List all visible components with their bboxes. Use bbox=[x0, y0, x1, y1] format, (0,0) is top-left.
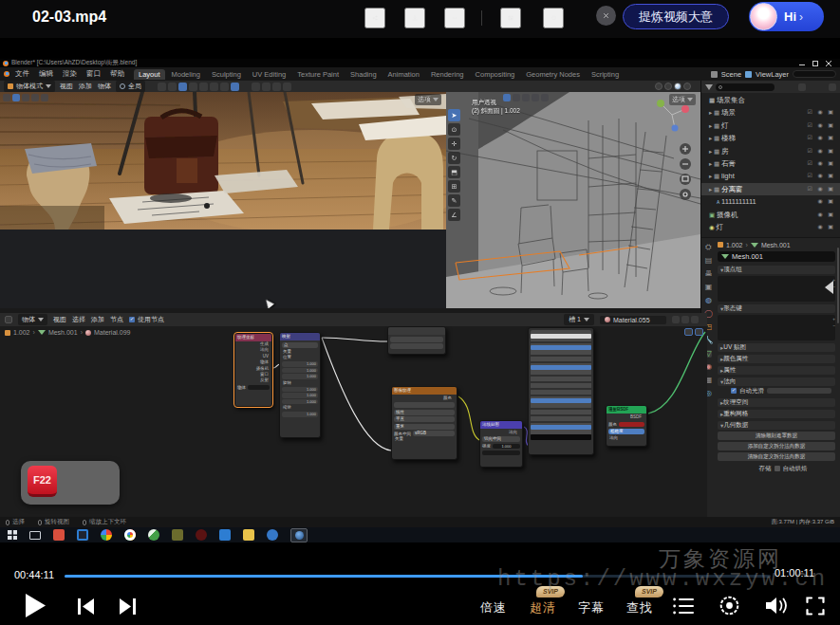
breadcrumb-mesh[interactable]: Mesh.001 bbox=[761, 242, 791, 248]
outliner-row-2[interactable]: 灯 bbox=[701, 119, 840, 132]
normal-map-node[interactable]: 法线贴图 法向 切向空间 强度 1.000 bbox=[479, 420, 523, 468]
outliner-search-field[interactable] bbox=[716, 83, 775, 91]
field[interactable] bbox=[390, 337, 443, 342]
subtitle-button[interactable]: 字幕 bbox=[572, 598, 610, 617]
section-attributes[interactable]: 属性 bbox=[718, 366, 835, 375]
slider-highlight[interactable] bbox=[531, 425, 591, 430]
outliner-row-4[interactable]: 房 bbox=[701, 145, 840, 157]
share-button[interactable] bbox=[364, 8, 385, 28]
shader-type-dropdown[interactable]: 物体 bbox=[18, 314, 47, 325]
workspace-tab-6[interactable]: Animation bbox=[383, 69, 424, 80]
material-action-buttons[interactable] bbox=[672, 316, 699, 323]
taskbar-app-10[interactable] bbox=[267, 529, 278, 541]
viewport1-options-dropdown[interactable]: 选项 bbox=[415, 94, 441, 105]
taskbar-app-2[interactable] bbox=[77, 529, 88, 541]
add-custom-split-normals-button[interactable]: 添加自定义拆分法向数据 bbox=[718, 442, 835, 450]
image-name-field[interactable] bbox=[394, 402, 455, 408]
blender-menu-0[interactable]: 文件 bbox=[11, 68, 33, 80]
clear-sculpt-mask-button[interactable]: 清除雕刻遮罩数据 bbox=[718, 432, 835, 440]
speed-button[interactable]: 倍速 bbox=[475, 598, 513, 617]
value-field[interactable]: 1.000 bbox=[282, 387, 318, 393]
mapping-type-dropdown[interactable]: 点 bbox=[282, 342, 318, 348]
properties-scrollbar[interactable] bbox=[837, 248, 839, 323]
taskbar-app-chrome[interactable] bbox=[101, 529, 112, 541]
vertex-groups-list[interactable] bbox=[718, 276, 835, 302]
slider-highlight[interactable] bbox=[531, 398, 591, 403]
value-field[interactable]: 1.000 bbox=[282, 399, 318, 405]
outliner-row-1[interactable]: 场景 bbox=[701, 106, 840, 119]
cast-button[interactable] bbox=[543, 8, 564, 28]
start-button[interactable] bbox=[8, 530, 17, 540]
taskbar-app-folder[interactable] bbox=[243, 529, 254, 541]
play-button[interactable] bbox=[24, 593, 47, 618]
outliner-row-7[interactable]: 分离窗 bbox=[701, 183, 840, 195]
workspace-tab-7[interactable]: Rendering bbox=[426, 69, 469, 80]
filter-icon[interactable] bbox=[705, 84, 713, 90]
clear-custom-split-normals-button[interactable]: 清除自定义拆分法向数据 bbox=[718, 452, 835, 461]
workspace-tab-5[interactable]: Shading bbox=[345, 69, 382, 80]
workspace-tab-8[interactable]: Compositing bbox=[471, 69, 520, 80]
viewport-menu-0[interactable]: 视图 bbox=[60, 82, 73, 91]
texture-coordinate-node[interactable]: 纹理坐标 生成法向UV物体摄像机窗口反射 物体 bbox=[234, 333, 272, 407]
search-in-video-button[interactable]: 查找 bbox=[621, 598, 659, 617]
auto-smooth-checkbox[interactable] bbox=[731, 388, 737, 394]
task-view-icon[interactable] bbox=[29, 531, 41, 540]
workspace-tab-2[interactable]: Sculpting bbox=[207, 69, 246, 80]
section-vertex-groups[interactable]: 顶点组 bbox=[718, 266, 835, 274]
section-geometry-data[interactable]: 几何数据 bbox=[718, 421, 835, 430]
value-field[interactable]: 1.000 bbox=[282, 374, 318, 379]
canvas-corner-icons[interactable] bbox=[684, 328, 703, 336]
color-swatch[interactable] bbox=[482, 450, 520, 455]
outliner-filter-button[interactable] bbox=[798, 83, 806, 91]
taskbar-app-1[interactable] bbox=[53, 529, 65, 541]
blender-menu-2[interactable]: 渲染 bbox=[59, 68, 81, 80]
mode-dropdown[interactable]: 物体模式 bbox=[4, 81, 55, 92]
viewport1-overlay-icons[interactable] bbox=[3, 94, 48, 101]
progress-bar[interactable] bbox=[65, 575, 771, 578]
minimize-icon[interactable] bbox=[799, 62, 805, 65]
workspace-tab-9[interactable]: Geometry Nodes bbox=[521, 69, 585, 80]
partial-node[interactable] bbox=[387, 326, 446, 355]
value-field[interactable]: 1.000 bbox=[282, 412, 318, 417]
material-selector[interactable]: Material.055 bbox=[600, 316, 666, 324]
material-slot-dropdown[interactable]: 槽 1 bbox=[564, 314, 594, 325]
scene-selector[interactable]: Scene bbox=[721, 70, 741, 79]
section-remesh[interactable]: 重构网格 bbox=[718, 410, 835, 418]
image-texture-node[interactable]: 图像纹理 颜色 线性 平直 重复 颜色空间 sRGB 矢量 bbox=[391, 386, 457, 460]
shader-menu-0[interactable]: 视图 bbox=[53, 315, 66, 324]
viewport-menu-1[interactable]: 添加 bbox=[79, 82, 92, 91]
viewport-rendered[interactable]: 选项 bbox=[0, 92, 446, 308]
taskbar-app-5[interactable] bbox=[148, 529, 159, 541]
outliner-row-5[interactable]: 石膏 bbox=[701, 157, 840, 170]
roughness-slider[interactable]: 粗糙度 bbox=[608, 429, 644, 434]
blender-menu-3[interactable]: 窗口 bbox=[83, 68, 104, 80]
section-texture-space[interactable]: 纹理空间 bbox=[718, 398, 835, 407]
account-button[interactable]: Hi › bbox=[749, 2, 824, 31]
overlay-toggle-cluster[interactable] bbox=[252, 83, 291, 91]
maximize-icon[interactable] bbox=[812, 61, 818, 66]
viewport2-options-dropdown[interactable]: 选项 bbox=[669, 94, 696, 105]
more-button[interactable] bbox=[444, 8, 465, 28]
value-field[interactable]: 1.000 bbox=[282, 393, 318, 398]
projection-dropdown[interactable]: 平直 bbox=[394, 416, 455, 422]
interpolation-dropdown[interactable]: 线性 bbox=[394, 410, 455, 415]
download-button[interactable] bbox=[404, 8, 425, 28]
snap-tool-cluster[interactable] bbox=[158, 83, 239, 91]
breadcrumb-object[interactable]: 1.002 bbox=[726, 242, 743, 248]
workspace-tab-10[interactable]: Scripting bbox=[587, 69, 624, 80]
viewport-solid[interactable]: 用户透视 (2) 斜面圆 | 1.002 选项 ➤⊙✛↻⬒⊞✎∠ bbox=[446, 92, 700, 308]
outliner-search-input[interactable] bbox=[793, 70, 836, 78]
workspace-tab-1[interactable]: Modeling bbox=[167, 69, 205, 80]
playlist-button[interactable] bbox=[673, 597, 694, 615]
section-color-attributes[interactable]: 颜色属性 bbox=[718, 355, 835, 363]
viewport2-overlay-icons[interactable] bbox=[503, 94, 549, 101]
diffuse-bsdf-node[interactable]: 漫射BSDF BSDF 颜色 粗糙度 法向 bbox=[606, 405, 647, 447]
taskbar-app-active[interactable] bbox=[290, 528, 308, 542]
orientation-dropdown[interactable]: 全局 bbox=[116, 81, 145, 92]
slider-highlight[interactable] bbox=[531, 345, 591, 350]
viewport-menu-2[interactable]: 物体 bbox=[98, 82, 111, 91]
outliner-row-8[interactable]: 1111111111 bbox=[701, 195, 840, 208]
shape-keys-list[interactable] bbox=[718, 315, 835, 340]
section-normals[interactable]: 法向 bbox=[718, 377, 835, 386]
summarize-video-button[interactable]: 提炼视频大意 bbox=[623, 4, 729, 29]
